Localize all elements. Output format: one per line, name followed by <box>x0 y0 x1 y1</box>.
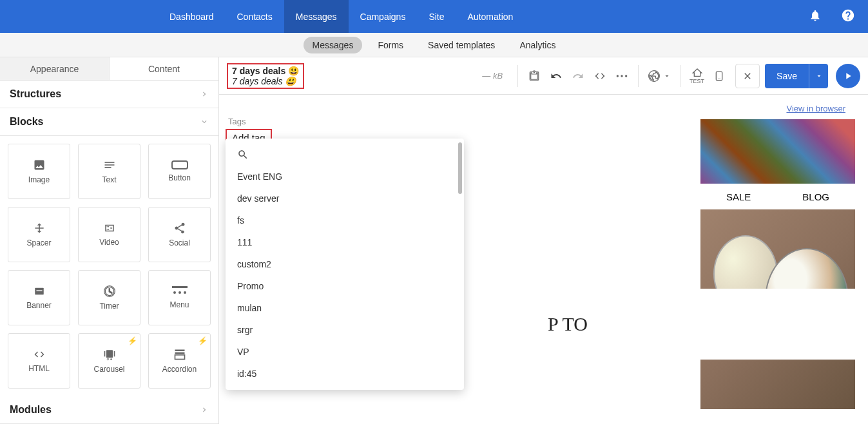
email-preview: SALE BLOG <box>700 119 855 409</box>
block-timer[interactable]: Timer <box>78 270 140 325</box>
block-label: HTML <box>28 364 50 373</box>
block-label: Timer <box>99 302 119 311</box>
tab-content[interactable]: Content <box>110 57 218 80</box>
tag-option[interactable]: srgr <box>226 319 464 341</box>
block-accordion[interactable]: ⚡Accordion <box>148 333 211 389</box>
tags-label: Tags <box>226 117 574 126</box>
block-image[interactable]: Image <box>8 144 70 199</box>
mobile-preview-button[interactable] <box>708 65 730 87</box>
subnav-saved-templates[interactable]: Saved templates <box>419 37 504 53</box>
undo-button[interactable] <box>545 65 567 87</box>
section-structures[interactable]: Structures <box>0 81 218 108</box>
block-label: Image <box>28 175 50 184</box>
accordion-icon <box>173 348 186 361</box>
preview-nav-blog[interactable]: BLOG <box>802 191 829 202</box>
subnav-messages[interactable]: Messages <box>304 37 363 53</box>
text-icon <box>103 159 116 171</box>
svg-point-8 <box>173 291 176 294</box>
save-button[interactable]: Save <box>765 64 828 88</box>
nav-campaigns[interactable]: Campaigns <box>349 0 418 33</box>
block-spacer[interactable]: Spacer <box>8 207 70 262</box>
toolbar: 7 days deals 😃 7 days deals 😃 — kB TEST … <box>219 57 868 95</box>
preview-headline: P TO <box>548 313 588 335</box>
spacer-icon <box>33 222 46 235</box>
redo-button[interactable] <box>567 65 589 87</box>
svg-point-14 <box>107 358 109 360</box>
nav-contacts[interactable]: Contacts <box>226 0 284 33</box>
menu-icon <box>172 286 188 296</box>
view-in-browser-link[interactable]: View in browser <box>786 104 845 113</box>
message-title[interactable]: 7 days deals 😃 7 days deals 😃 <box>227 63 304 89</box>
svg-rect-11 <box>106 350 113 358</box>
sub-nav: Messages Forms Saved templates Analytics <box>0 33 868 57</box>
dropdown-scrollbar[interactable] <box>458 142 462 194</box>
tag-option[interactable]: VP <box>226 341 464 363</box>
nav-messages[interactable]: Messages <box>284 0 349 33</box>
test-label: TEST <box>690 78 704 84</box>
carousel-icon <box>102 348 117 361</box>
language-button[interactable] <box>644 70 675 82</box>
block-label: Banner <box>26 301 52 310</box>
tag-option[interactable]: fs <box>226 209 464 231</box>
block-text[interactable]: Text <box>78 144 140 199</box>
tag-option[interactable]: 111 <box>226 231 464 253</box>
blocks-label: Blocks <box>10 116 43 128</box>
tag-option[interactable]: mulan <box>226 297 464 319</box>
svg-rect-16 <box>175 350 184 352</box>
block-label: Text <box>102 175 116 184</box>
block-label: Video <box>99 238 119 247</box>
banner-icon <box>32 285 46 297</box>
top-nav: Dashboard Contacts Messages Campaigns Si… <box>0 0 868 33</box>
block-video[interactable]: Video <box>78 207 140 262</box>
block-carousel[interactable]: ⚡Carousel <box>78 333 140 389</box>
section-blocks[interactable]: Blocks <box>0 108 218 136</box>
svg-rect-0 <box>172 161 188 169</box>
blocks-grid: Image Text Button Spacer Video Social Ba… <box>0 136 218 396</box>
notifications-icon[interactable] <box>809 9 822 24</box>
svg-rect-6 <box>36 291 42 292</box>
test-button[interactable]: TEST <box>686 68 708 84</box>
tag-option[interactable]: Promo <box>226 275 464 297</box>
subnav-forms[interactable]: Forms <box>369 37 412 53</box>
save-dropdown-icon[interactable] <box>809 64 828 88</box>
play-button[interactable] <box>836 64 860 88</box>
image-icon <box>32 159 47 171</box>
nav-dashboard[interactable]: Dashboard <box>158 0 226 33</box>
block-button[interactable]: Button <box>148 144 211 199</box>
svg-point-15 <box>110 358 112 360</box>
button-icon <box>171 160 188 169</box>
code-view-button[interactable] <box>589 65 611 87</box>
tag-option[interactable]: Event ENG <box>226 166 464 188</box>
clipboard-button[interactable] <box>523 65 545 87</box>
help-icon[interactable] <box>841 8 855 25</box>
more-button[interactable] <box>611 65 633 87</box>
block-banner[interactable]: Banner <box>8 270 70 325</box>
editor-area: 7 days deals 😃 7 days deals 😃 — kB TEST … <box>219 57 868 424</box>
preview-nav-sale[interactable]: SALE <box>726 191 751 202</box>
structures-label: Structures <box>10 88 61 100</box>
subnav-analytics[interactable]: Analytics <box>510 37 564 53</box>
svg-rect-7 <box>172 286 188 288</box>
block-menu[interactable]: Menu <box>148 270 211 325</box>
section-modules[interactable]: Modules <box>0 396 218 424</box>
left-panel: Appearance Content Structures Blocks Ima… <box>0 57 219 424</box>
tab-appearance[interactable]: Appearance <box>0 57 110 80</box>
nav-automation[interactable]: Automation <box>456 0 525 33</box>
tags-panel: Tags Add tag Event ENG dev server fs 111… <box>226 117 574 146</box>
tag-option[interactable]: custom2 <box>226 253 464 275</box>
close-button[interactable] <box>735 64 760 88</box>
svg-point-10 <box>184 291 186 294</box>
tag-search-input[interactable] <box>254 149 452 160</box>
block-social[interactable]: Social <box>148 207 211 262</box>
tags-dropdown: Event ENG dev server fs 111 custom2 Prom… <box>226 139 464 390</box>
title-line-2: 7 days deals 😃 <box>232 76 299 86</box>
modules-label: Modules <box>10 404 52 416</box>
tag-option[interactable]: dev server <box>226 188 464 209</box>
block-html[interactable]: HTML <box>8 333 70 389</box>
block-label: Spacer <box>26 238 51 247</box>
tag-option[interactable]: id:45 <box>226 363 464 385</box>
nav-site[interactable]: Site <box>417 0 456 33</box>
svg-rect-18 <box>175 355 184 360</box>
svg-rect-12 <box>104 351 105 356</box>
code-icon <box>32 349 47 360</box>
